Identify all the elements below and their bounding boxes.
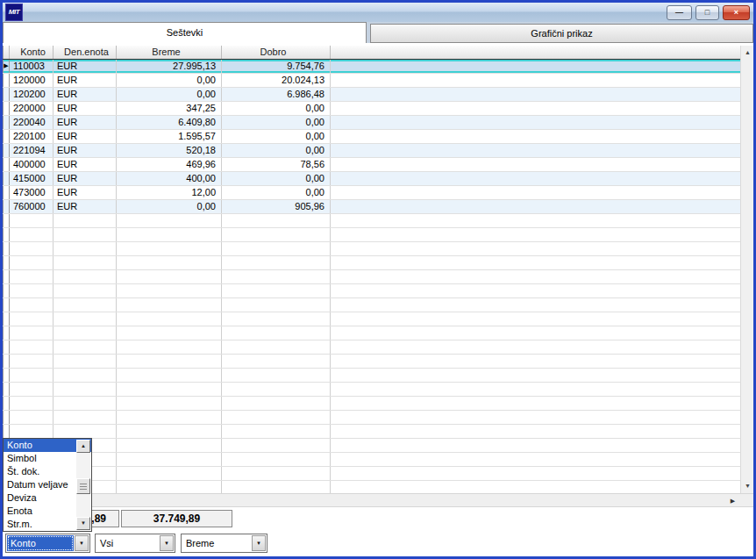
cell-breme: 27.995,13 [117,60,222,73]
cell-konto [10,411,53,424]
cell-konto [10,355,53,368]
horizontal-scrollbar[interactable]: ◀ ▶ [3,493,753,507]
measure-combobox[interactable]: Breme ▼ [181,534,267,553]
table-row[interactable]: 120000EUR0,0020.024,13 [3,74,753,88]
cell-dobro: 0,00 [222,144,331,157]
header-denenota[interactable]: Den.enota [53,46,117,59]
dropdown-scrollbar[interactable]: ▲ ▼ [76,440,90,530]
cell-breme [117,355,222,368]
cell-dobro [222,383,331,396]
cell-konto [10,284,53,297]
table-row[interactable]: ▶110003EUR27.995,139.754,76 [3,60,753,74]
cell-dobro [222,312,331,326]
cell-breme: 347,25 [117,102,222,115]
cell-den: EUR [53,74,117,87]
cell-dobro [222,340,331,354]
table-row[interactable]: 760000EUR0,00905,96 [3,200,753,214]
empty-row [3,214,753,228]
table-row[interactable]: 220040EUR6.409,800,00 [3,116,753,130]
empty-row [3,298,753,312]
table-row[interactable]: 473000EUR12,000,00 [3,186,753,200]
empty-row [3,397,753,411]
scroll-right-icon[interactable]: ▶ [726,494,739,507]
measure-combobox-value[interactable]: Breme [182,535,251,551]
empty-row [3,340,753,355]
cell-dobro [222,326,331,340]
cell-den: EUR [53,130,117,143]
cell-konto: 400000 [10,158,53,171]
cell-breme [117,340,222,354]
field-combobox[interactable]: Konto ▼ [5,534,90,553]
cell-dobro [222,256,331,269]
cell-breme [117,256,222,269]
table-row[interactable]: 221094EUR520,180,00 [3,144,753,158]
scroll-up-icon[interactable]: ▲ [741,46,753,60]
scrollbar-thumb[interactable] [76,478,90,494]
chevron-down-icon[interactable]: ▼ [75,535,89,551]
cell-den [53,228,117,241]
scope-combobox[interactable]: Vsi ▼ [95,534,175,553]
cell-konto [10,228,53,241]
cell-dobro: 20.024,13 [222,74,331,87]
cell-ind [3,256,10,269]
cell-fill [331,439,753,452]
cell-konto: 220040 [10,116,53,129]
field-combobox-value[interactable]: Konto [7,535,74,551]
table-row[interactable]: 415000EUR400,000,00 [3,172,753,186]
cell-ind [3,242,10,255]
cell-ind [3,284,10,297]
cell-dobro [222,397,331,410]
app-window: MIT — □ × Seštevki Grafični prikaz Konto… [0,0,756,559]
minimize-button[interactable]: — [667,5,692,20]
cell-dobro [222,369,331,382]
header-dobro[interactable]: Dobro [222,46,331,59]
empty-row [3,256,753,270]
cell-ind [3,74,10,87]
dobro-total: 37.749,89 [121,510,232,527]
table-row[interactable]: 220000EUR347,250,00 [3,102,753,116]
cell-konto: 221094 [10,144,53,157]
title-bar[interactable]: MIT — □ × [3,3,753,22]
chevron-down-icon[interactable]: ▼ [252,535,266,551]
cell-fill [331,298,753,312]
header-filler [331,46,753,59]
cell-dobro [222,425,331,438]
cell-fill [331,172,753,185]
cell-fill [331,312,753,326]
scope-combobox-value[interactable]: Vsi [96,535,159,551]
tab-sestevki[interactable]: Seštevki [3,22,367,43]
cell-fill [331,411,753,424]
cell-breme: 6.409,80 [117,116,222,129]
table-row[interactable]: 120200EUR0,006.986,48 [3,88,753,102]
chevron-down-icon[interactable]: ▼ [160,535,174,551]
scroll-up-icon[interactable]: ▲ [76,440,90,453]
header-konto[interactable]: Konto [10,46,53,59]
cell-breme [117,298,222,312]
scroll-down-icon[interactable]: ▼ [741,479,753,493]
vertical-scrollbar[interactable]: ▲ ▼ [740,46,753,493]
cell-konto: 473000 [10,186,53,199]
scroll-down-icon[interactable]: ▼ [76,517,90,530]
tab-graficni-prikaz[interactable]: Grafični prikaz [370,24,753,43]
cell-konto [10,369,53,382]
cell-den [53,397,117,410]
cell-ind [3,369,10,382]
cell-fill [331,481,753,493]
cell-konto: 415000 [10,172,53,185]
header-indicator [3,46,10,59]
cell-breme [117,481,222,493]
cell-konto: 760000 [10,200,53,213]
cell-breme: 12,00 [117,186,222,199]
cell-den [53,270,117,283]
cell-fill [331,270,753,283]
empty-row [3,312,753,326]
cell-dobro [222,481,331,493]
table-row[interactable]: 220100EUR1.595,570,00 [3,130,753,144]
cell-dobro [222,298,331,312]
cell-breme [117,214,222,227]
maximize-button[interactable]: □ [695,5,719,20]
header-breme[interactable]: Breme [117,46,222,59]
close-button[interactable]: × [723,5,750,20]
empty-row [3,411,753,425]
table-row[interactable]: 400000EUR469,9678,56 [3,158,753,172]
